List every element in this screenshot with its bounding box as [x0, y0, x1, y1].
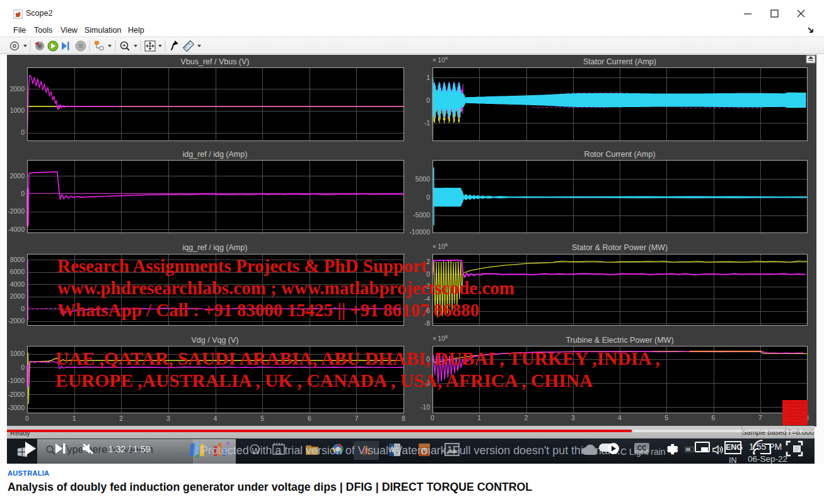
svg-text:Stator & Rotor Power (MW): Stator & Rotor Power (MW)	[572, 243, 668, 252]
svg-text:8000: 8000	[10, 256, 25, 263]
svg-text:-2000: -2000	[8, 317, 25, 324]
svg-text:0: 0	[21, 190, 25, 197]
svg-text:-1: -1	[424, 119, 430, 127]
svg-text:0: 0	[426, 193, 430, 201]
svg-text:0: 0	[21, 129, 25, 136]
svg-text:-5000: -5000	[413, 211, 430, 219]
svg-text:-2000: -2000	[8, 207, 25, 215]
svg-text:6000: 6000	[10, 268, 25, 275]
svg-text:0: 0	[21, 364, 25, 371]
svg-text:4: 4	[618, 414, 622, 421]
svg-text:7: 7	[758, 414, 762, 421]
svg-text:1:32 / 1:59: 1:32 / 1:59	[108, 444, 150, 454]
svg-text:Rotor Current (Amp): Rotor Current (Amp)	[584, 150, 655, 159]
svg-text:-3000: -3000	[8, 404, 25, 411]
svg-text:-4000: -4000	[8, 226, 25, 233]
svg-text:8: 8	[402, 415, 405, 422]
svg-text:0: 0	[426, 96, 430, 104]
svg-text:2000: 2000	[10, 85, 25, 93]
svg-text:6: 6	[712, 414, 716, 421]
svg-text:-2000: -2000	[8, 391, 25, 398]
svg-text:Trubine & Electric Power (MW): Trubine & Electric Power (MW)	[566, 336, 673, 345]
svg-text:4: 4	[214, 415, 218, 422]
svg-text:2000: 2000	[10, 292, 25, 300]
svg-text:6: 6	[308, 415, 311, 422]
svg-text:0: 0	[21, 305, 25, 312]
svg-text:0: 0	[431, 414, 434, 421]
svg-text:3: 3	[166, 415, 170, 422]
svg-text:Stator Current (Amp): Stator Current (Amp)	[583, 57, 656, 66]
svg-text:1: 1	[73, 415, 76, 422]
svg-text:idg_ref / idg (Amp): idg_ref / idg (Amp)	[183, 150, 248, 159]
svg-text:7: 7	[354, 415, 358, 422]
svg-text:5000: 5000	[415, 175, 431, 183]
svg-text:-10000: -10000	[409, 228, 430, 236]
svg-text:2: 2	[119, 415, 123, 422]
svg-text:2: 2	[525, 414, 528, 421]
svg-text:-10: -10	[421, 403, 430, 411]
svg-text:2000: 2000	[10, 172, 25, 180]
svg-text:5: 5	[664, 414, 668, 421]
svg-text:-1000: -1000	[8, 377, 25, 384]
svg-text:1: 1	[426, 74, 430, 81]
svg-text:4000: 4000	[10, 280, 25, 288]
svg-text:1: 1	[477, 414, 481, 421]
svg-text:5: 5	[260, 415, 264, 422]
svg-text:Vbus_ref / Vbus (V): Vbus_ref / Vbus (V)	[180, 57, 249, 66]
svg-text:1000: 1000	[10, 350, 25, 357]
svg-text:1000: 1000	[10, 106, 25, 114]
svg-text:Vdg / Vqg (V): Vdg / Vqg (V)	[191, 336, 238, 345]
svg-text:3: 3	[571, 414, 575, 421]
svg-text:0: 0	[25, 415, 29, 422]
svg-text:iqg_ref / iqg (Amp): iqg_ref / iqg (Amp)	[183, 243, 248, 252]
